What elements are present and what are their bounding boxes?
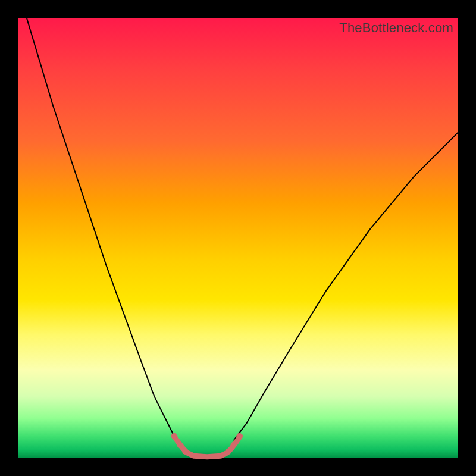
series-right-arm (234, 132, 458, 440)
plot-area: TheBottleneck.com (18, 18, 458, 458)
chart-stage: TheBottleneck.com (0, 0, 476, 476)
dot-trough-dots (231, 442, 237, 448)
dot-trough-dots (177, 442, 183, 448)
dot-trough-dots (236, 433, 242, 439)
dot-trough-dots (171, 433, 177, 439)
dot-trough-dots (226, 449, 231, 455)
curve-layer (18, 18, 458, 458)
dot-trough-dots (182, 449, 188, 455)
series-left-arm (27, 18, 177, 440)
